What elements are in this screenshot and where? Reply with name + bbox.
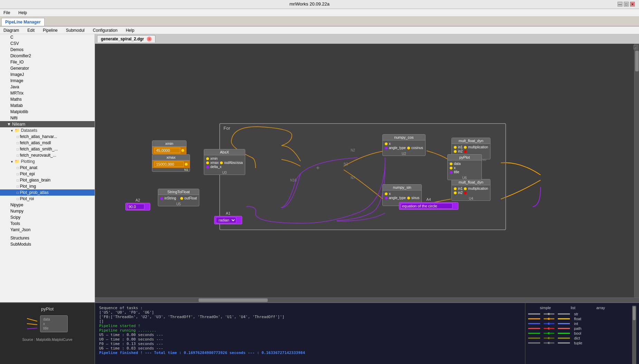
log-u5-time: U5 — time : 0.00 seconds --- — [99, 333, 521, 337]
port-m2-in1: in1 multiplication — [454, 187, 488, 190]
file-tab-label: generate_spiral_2.dgr — [101, 37, 144, 41]
xmin-input[interactable] — [154, 148, 180, 153]
sidebar-item-plot-roi[interactable]: □ Plot_roi — [0, 196, 95, 202]
sidebar-item-nifti[interactable]: Nifti — [0, 115, 95, 121]
canvas-scroll-thumb-v[interactable] — [635, 51, 639, 71]
menu-file[interactable]: File — [1, 10, 12, 16]
node-a1[interactable]: A1 radian — [214, 211, 242, 224]
menu-submodul[interactable]: Submodul — [64, 27, 87, 33]
sidebar-item-numpy[interactable]: Numpy — [0, 208, 95, 214]
legend-line-dict-simple — [528, 337, 540, 340]
sidebar-item-matplotlib[interactable]: Matplotlib — [0, 109, 95, 115]
sidebar-item-dicomifier2[interactable]: Dicomifier2 — [0, 53, 95, 59]
preview-connections — [27, 315, 37, 332]
sidebar-item-fetch-atlas-smith[interactable]: □ fetch_atlas_smith_... — [0, 146, 95, 152]
sidebar-section-plotting[interactable]: ▼ 📁 Plotting — [0, 158, 95, 165]
legend-headers: simple list array — [528, 306, 631, 310]
a1-select[interactable]: radian — [216, 217, 236, 223]
sidebar-item-maths[interactable]: Maths — [0, 96, 95, 102]
menu-diagram[interactable]: Diagram — [1, 27, 21, 33]
node-xmin[interactable]: xmin — [152, 140, 187, 155]
node-a2[interactable]: A2 — [125, 198, 150, 210]
sidebar-item-nilearn[interactable]: ▼ Nilearn — [0, 121, 95, 127]
node-stringtofloat[interactable]: StringToFloat inString outFloat U5 — [158, 189, 199, 206]
resize-handle[interactable] — [633, 45, 638, 49]
preview-port-x: x — [43, 322, 65, 326]
canvas-scroll-thumb-h[interactable] — [199, 298, 268, 302]
pipeline-manager-tab[interactable]: PipeLine Manager — [1, 18, 45, 26]
a4-body — [399, 202, 458, 210]
sidebar-item-java[interactable]: Java — [0, 84, 95, 90]
legend-type-int: int — [574, 322, 578, 326]
sidebar-item-scipy[interactable]: Scipy — [0, 214, 95, 220]
bottom-area: pyPlot data x title Source : Matplotlib.… — [0, 302, 639, 364]
file-tab[interactable]: generate_spiral_2.dgr ✕ — [97, 35, 155, 42]
sidebar-item-plot-img[interactable]: □ Plot_img — [0, 183, 95, 189]
menu-help2[interactable]: Help — [124, 27, 136, 33]
port-dot-stf-out — [180, 197, 183, 200]
sidebar-item-mrtrix[interactable]: MRTrix — [0, 90, 95, 96]
legend-line-str-simple — [528, 313, 540, 315]
node-pyplot[interactable]: pyPlot data x title U6 — [447, 154, 482, 180]
port-dot-m1-in2 — [454, 150, 457, 153]
legend-type-tuple: tuple — [574, 341, 582, 345]
node-mult-1-title: mult_float_dyn — [452, 138, 490, 144]
sidebar-item-plot-epi[interactable]: □ Plot_epi — [0, 171, 95, 177]
sidebar-item-tools[interactable]: Tools — [0, 220, 95, 227]
log-pipeline-started: Pipeline started ! — [99, 324, 521, 328]
sidebar-item-submoduls[interactable]: SubModuls — [0, 241, 95, 247]
canvas-scrollbar-h[interactable] — [95, 297, 639, 302]
node-numpy-cos[interactable]: numpy_cos x angle_type cosinus — [382, 134, 426, 156]
sidebar-item-demos[interactable]: Demos — [0, 47, 95, 53]
sidebar-item-imagej[interactable]: ImageJ — [0, 71, 95, 78]
legend-line-path-simple — [528, 327, 540, 330]
preview-source: Source : Matplotlib.MatplotCurve — [22, 338, 72, 342]
titlebar-controls[interactable]: — □ ✕ — [618, 2, 635, 7]
sidebar-section-datasets[interactable]: ▼ 📁 Datasets — [0, 127, 95, 134]
legend-line-float-array — [558, 317, 570, 320]
legend-scroll-thumb[interactable] — [633, 306, 636, 320]
sidebar-item-plot-prob-atlas[interactable]: □ Plot_prob_atlas — [0, 189, 95, 196]
legend-scrollbar[interactable] — [632, 306, 636, 364]
sidebar-item-generator[interactable]: Generator — [0, 65, 95, 71]
maximize-button[interactable]: □ — [624, 2, 629, 7]
close-button[interactable]: ✕ — [630, 2, 635, 7]
minimize-button[interactable]: — — [618, 2, 622, 7]
a2-input[interactable] — [127, 204, 144, 209]
port-dot-absx-xmin — [206, 157, 209, 160]
menu-pipeline[interactable]: Pipeline — [41, 27, 60, 33]
node-absx[interactable]: AbsX xmin xmax outAbscissa delta_x — [204, 149, 245, 175]
sidebar-item-yaml-json[interactable]: Yaml_Json — [0, 227, 95, 233]
menu-help[interactable]: Help — [16, 10, 29, 16]
xmax-input[interactable] — [154, 161, 184, 167]
port-cos-x: x — [385, 142, 423, 146]
port-dot-pyplot-x — [450, 167, 452, 169]
sidebar-item-structures[interactable]: Structures — [0, 235, 95, 241]
canvas-area[interactable]: N2 N7 N1 N8 N16 For numpy_cos x — [95, 44, 639, 302]
menu-configuration[interactable]: Configuration — [91, 27, 120, 33]
log-panel[interactable]: Sequence of tasks : ['U5', 'U0', 'F0', '… — [95, 303, 525, 364]
sidebar-item-plot-anat[interactable]: □ Plot_anat — [0, 165, 95, 171]
port-dot-m2-out — [464, 187, 467, 190]
sidebar-item-fetch-neurovault[interactable]: □ fetch_neurovault_... — [0, 152, 95, 158]
sidebar-item-csv[interactable]: CSV — [0, 40, 95, 47]
canvas-scrollbar-v[interactable] — [634, 44, 639, 297]
sidebar-item-plot-glass-brain[interactable]: □ Plot_glass_brain — [0, 177, 95, 183]
node-xmax[interactable]: xmax N1 — [152, 154, 190, 172]
sidebar-item-file-io[interactable]: File_IO — [0, 59, 95, 65]
sidebar-item-irmage[interactable]: Irmage — [0, 78, 95, 84]
legend-row-path: path — [528, 326, 631, 331]
legend-line-tuple-list — [543, 342, 555, 344]
legend-line-tuple-array — [558, 342, 570, 344]
sidebar-item-fetch-atlas-harvar[interactable]: □ fetch_atlas_harvar... — [0, 134, 95, 140]
svg-line-0 — [635, 47, 637, 49]
sidebar-item-fetch-atlas-msdl[interactable]: □ fetch_atlas_msdl — [0, 140, 95, 146]
node-a4[interactable]: A4 — [399, 197, 458, 210]
file-tab-close[interactable]: ✕ — [147, 37, 152, 41]
sidebar-item-matlab[interactable]: Matlab — [0, 102, 95, 109]
node-absx-title: AbsX — [204, 149, 245, 155]
sidebar-item-c[interactable]: C — [0, 34, 95, 40]
sidebar-item-nipype[interactable]: Nipype — [0, 202, 95, 208]
a4-input[interactable] — [401, 203, 452, 209]
menu-edit[interactable]: Edit — [25, 27, 37, 33]
